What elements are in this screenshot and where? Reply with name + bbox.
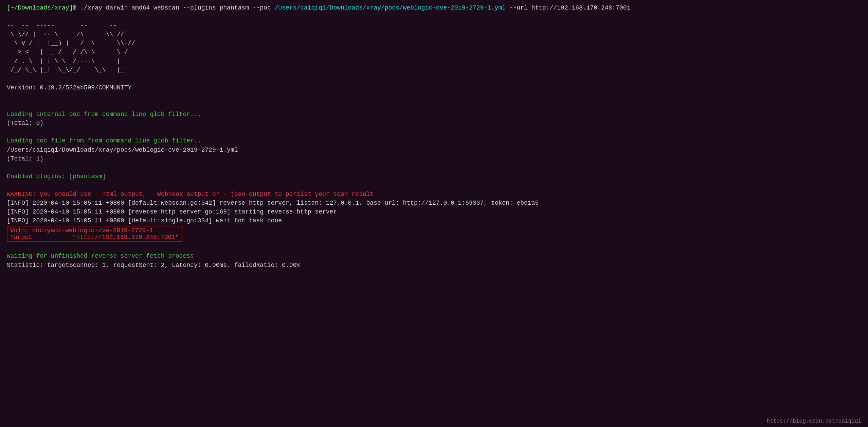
total-1-line: (Total: 1) [7,154,861,163]
empty-4 [7,101,861,110]
vuln-target-line: Target "http://192.168.170.248:7001" [10,234,179,241]
empty-2 [7,74,861,83]
info3-line: [INFO] 2020-04-10 15:05:11 +0800 [defaul… [7,216,861,225]
poc-path-line: /Users/caiqiqi/Downloads/xray/pocs/weblo… [7,146,861,154]
command-rest: --url http://192.168.170.248:7001 [506,4,630,11]
version-line: Version: 0.19.2/532ab599/COMMUNITY [7,83,861,92]
empty-3 [7,92,861,101]
empty-8 [7,243,861,252]
empty-5 [7,127,861,136]
prompt-dir: [~/Downloads/xray] [7,4,73,11]
empty-1 [7,12,861,21]
waiting-line: waiting for unfinished reverse server fe… [7,252,861,260]
command-text: ./xray_darwin_amd64 webscan --plugins ph… [80,4,275,11]
vuln-name-line: Vuln: poc-yaml-weblogic-cve-2019-2729-1 [10,227,179,234]
vuln-box: Vuln: poc-yaml-weblogic-cve-2019-2729-1 … [7,226,182,242]
footer-link: https://blog.csdn.net/caiqiqi [767,418,861,424]
terminal-window: [~/Downloads/xray]$ ./xray_darwin_amd64 … [7,3,861,270]
empty-7 [7,181,861,190]
poc-path-arg: /Users/caiqiqi/Downloads/xray/pocs/weblo… [275,4,506,11]
warning-line: WARNING: you should use --html-output, -… [7,190,861,199]
empty-6 [7,163,861,172]
total-0-line: (Total: 0) [7,119,861,127]
enabled-plugins-line: Enabled plugins: [phantasm] [7,172,861,181]
loading-internal-line: Loading internal poc from command line g… [7,110,861,119]
prompt-line: [~/Downloads/xray]$ ./xray_darwin_amd64 … [7,3,861,12]
info2-line: [INFO] 2020-04-10 15:05:11 +0800 [revers… [7,207,861,216]
info1-line: [INFO] 2020-04-10 15:05:11 +0800 [defaul… [7,199,861,207]
ascii-art: -- -- ----- -- -- \ \// | -- \ /\ \\ // … [7,21,861,74]
loading-file-line: Loading poc file from from command line … [7,136,861,145]
statistic-line: Statistic: targetScanned: 1, requestSent… [7,261,861,270]
prompt-dollar: $ [73,4,80,11]
